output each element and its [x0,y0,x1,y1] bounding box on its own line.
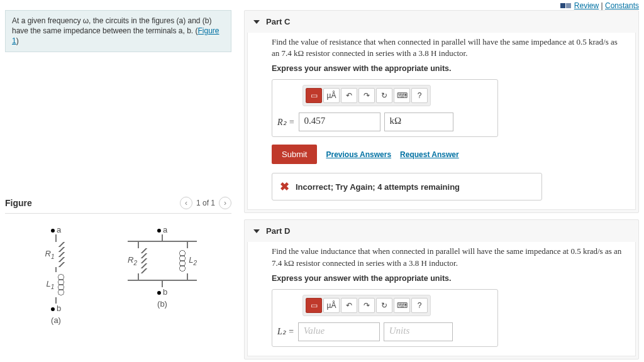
part-c-instructions: Express your answer with the appropriate… [272,64,626,73]
pager-label: 1 of 1 [196,199,215,207]
part-c-feedback: ✖ Incorrect; Try Again; 4 attempts remai… [272,173,542,200]
part-d: Part D Find the value inductance that wh… [244,219,639,359]
intro-text-1: At a given frequency ω, the circuits in … [12,16,212,35]
units-button[interactable]: µÅ [323,88,340,103]
part-d-unit-input[interactable]: Units [384,322,453,341]
part-c-value-input[interactable]: 0.457 [299,112,380,131]
pager-prev-button[interactable]: ‹ [180,197,192,209]
part-c-feedback-text: Incorrect; Try Again; 4 attempts remaini… [296,182,460,192]
part-c-header[interactable]: Part C [245,11,638,33]
label-l1: L1 [47,279,55,290]
resistor-icon [57,242,67,267]
review-link[interactable]: Review [574,1,599,10]
units-button-d[interactable]: µÅ [323,298,340,313]
inductor-icon-2 [178,248,187,273]
pager-next-button[interactable]: › [219,197,231,209]
top-links: Review | Constants [560,1,639,10]
node-a-b: a [163,225,167,234]
incorrect-icon: ✖ [280,180,289,194]
node-b: b [57,304,61,313]
node-a: a [57,225,61,234]
inductor-icon [57,272,65,297]
node-b-b: b [163,287,167,297]
caption-a: (a) [28,315,84,325]
circuit-a: a R1 L1 b (a) [28,225,84,325]
undo-button[interactable]: ↶ [341,88,357,103]
keyboard-button[interactable]: ⌨ [394,88,410,103]
part-c-previous-answers-link[interactable]: Previous Answers [326,150,391,159]
part-d-title: Part D [266,226,290,236]
label-r2: R2 [128,255,137,266]
part-c-var-label: R₂ = [277,117,295,128]
figure-panel: Figure ‹ 1 of 1 › a R1 L1 [5,197,231,344]
redo-button[interactable]: ↷ [358,88,375,103]
circuit-b: a R2 [118,225,206,309]
part-d-answer-frame: ▭ µÅ ↶ ↷ ↻ ⌨ ? L₂ = Value Units [272,289,498,347]
part-c-unit-input[interactable]: kΩ [384,112,453,131]
redo-button-d[interactable]: ↷ [358,298,375,313]
reset-button-d[interactable]: ↻ [376,298,392,313]
caret-down-icon [253,20,260,24]
part-c-toolbar: ▭ µÅ ↶ ↷ ↻ ⌨ ? [303,85,431,106]
help-button[interactable]: ? [411,88,428,103]
templates-button[interactable]: ▭ [306,88,322,103]
caret-down-icon-2 [253,229,260,233]
part-d-var-label: L₂ = [277,326,294,337]
part-c-question: Find the value of resistance that when c… [272,36,626,59]
part-d-header[interactable]: Part D [245,220,638,242]
problem-intro: At a given frequency ω, the circuits in … [5,10,231,52]
undo-button-d[interactable]: ↶ [341,298,357,313]
part-c-request-answer-link[interactable]: Request Answer [400,150,459,159]
figure-title: Figure [5,198,32,208]
part-c-title: Part C [266,17,290,26]
figure-pager: ‹ 1 of 1 › [180,197,231,209]
part-d-instructions: Express your answer with the appropriate… [272,274,626,283]
review-icon [560,3,565,8]
part-c: Part C Find the value of resistance that… [244,10,639,213]
intro-text-2: ) [16,36,19,45]
part-c-submit-button[interactable]: Submit [272,145,317,164]
part-c-answer-frame: ▭ µÅ ↶ ↷ ↻ ⌨ ? R₂ = 0.457 kΩ [272,79,498,137]
figure-area: a R1 L1 b (a) a [5,225,231,344]
part-d-value-input[interactable]: Value [298,322,380,341]
constants-link[interactable]: Constants [605,1,639,10]
part-d-question: Find the value inductance that when conn… [272,246,626,268]
caption-b: (b) [118,299,206,309]
templates-button-d[interactable]: ▭ [306,298,322,313]
reset-button[interactable]: ↻ [376,88,392,103]
part-d-toolbar: ▭ µÅ ↶ ↷ ↻ ⌨ ? [303,295,431,316]
label-r1: R1 [45,249,55,260]
help-button-d[interactable]: ? [411,298,428,313]
review-icon-2 [566,3,571,8]
resistor-icon-2 [139,248,149,273]
keyboard-button-d[interactable]: ⌨ [394,298,410,313]
label-l2: L2 [189,255,197,266]
